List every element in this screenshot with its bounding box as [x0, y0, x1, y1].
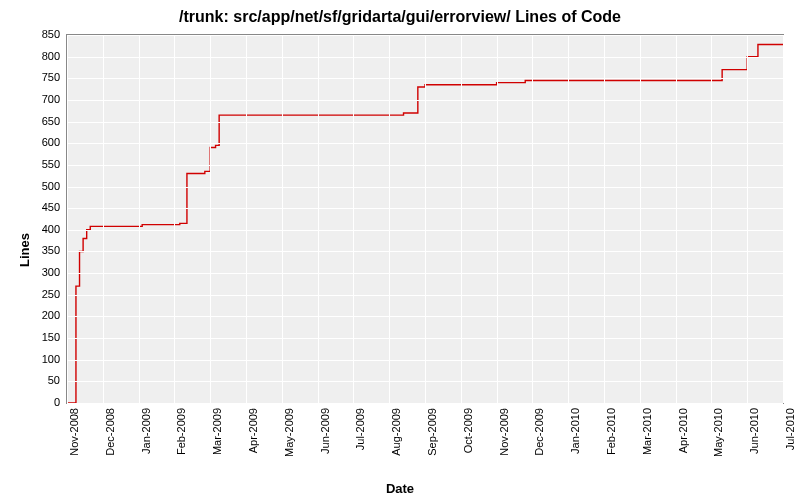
y-tick: 700 [20, 93, 60, 105]
x-tick: Apr-2010 [677, 408, 689, 478]
grid-v [711, 35, 712, 403]
y-tick: 400 [20, 223, 60, 235]
x-tick: Sep-2009 [426, 408, 438, 478]
grid-v [676, 35, 677, 403]
y-tick: 800 [20, 50, 60, 62]
y-tick: 350 [20, 244, 60, 256]
x-tick: Nov-2009 [498, 408, 510, 478]
x-tick: May-2009 [283, 408, 295, 478]
x-tick: Dec-2009 [533, 408, 545, 478]
x-tick: Jan-2010 [569, 408, 581, 478]
y-tick: 550 [20, 158, 60, 170]
grid-v [353, 35, 354, 403]
chart-plot-area [66, 34, 784, 404]
y-tick: 200 [20, 309, 60, 321]
y-tick: 600 [20, 136, 60, 148]
x-tick: May-2010 [712, 408, 724, 478]
y-tick: 850 [20, 28, 60, 40]
y-tick: 100 [20, 353, 60, 365]
y-tick: 50 [20, 374, 60, 386]
x-tick: Jul-2009 [354, 408, 366, 478]
grid-v [282, 35, 283, 403]
x-tick: Jun-2009 [319, 408, 331, 478]
x-axis-label: Date [0, 481, 800, 496]
grid-v [425, 35, 426, 403]
grid-v [246, 35, 247, 403]
x-tick: Nov-2008 [68, 408, 80, 478]
grid-v [139, 35, 140, 403]
grid-v [389, 35, 390, 403]
x-tick: Oct-2009 [462, 408, 474, 478]
grid-v [747, 35, 748, 403]
grid-v [318, 35, 319, 403]
y-tick: 750 [20, 71, 60, 83]
grid-v [67, 35, 68, 403]
y-tick: 250 [20, 288, 60, 300]
grid-v [103, 35, 104, 403]
y-tick: 0 [20, 396, 60, 408]
x-tick: Jan-2009 [140, 408, 152, 478]
grid-v [783, 35, 784, 403]
x-tick: Feb-2010 [605, 408, 617, 478]
y-tick: 300 [20, 266, 60, 278]
y-tick: 500 [20, 180, 60, 192]
grid-v [568, 35, 569, 403]
grid-h [67, 403, 783, 404]
x-tick: Feb-2009 [175, 408, 187, 478]
y-tick: 150 [20, 331, 60, 343]
grid-v [174, 35, 175, 403]
grid-v [604, 35, 605, 403]
y-tick: 650 [20, 115, 60, 127]
page-title: /trunk: src/app/net/sf/gridarta/gui/erro… [0, 8, 800, 26]
x-tick: Jul-2010 [784, 408, 796, 478]
grid-v [640, 35, 641, 403]
x-tick: Mar-2009 [211, 408, 223, 478]
x-tick: Dec-2008 [104, 408, 116, 478]
grid-v [461, 35, 462, 403]
x-tick: Aug-2009 [390, 408, 402, 478]
x-tick: Apr-2009 [247, 408, 259, 478]
grid-v [532, 35, 533, 403]
y-tick: 450 [20, 201, 60, 213]
grid-v [497, 35, 498, 403]
x-tick: Jun-2010 [748, 408, 760, 478]
x-tick: Mar-2010 [641, 408, 653, 478]
grid-v [210, 35, 211, 403]
